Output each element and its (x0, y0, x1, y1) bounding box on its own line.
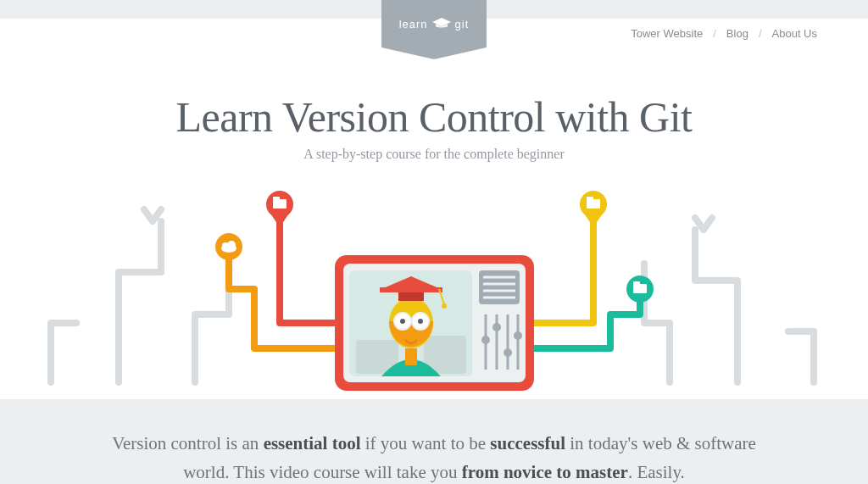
svg-point-27 (492, 323, 501, 331)
svg-point-42 (442, 303, 447, 309)
svg-point-37 (418, 319, 423, 324)
hero-illustration (0, 170, 868, 399)
folder-icon (266, 191, 293, 218)
folder-icon (626, 275, 654, 303)
intro-section: Version control is an essential tool if … (0, 399, 868, 484)
svg-point-28 (504, 348, 512, 357)
svg-rect-32 (405, 348, 417, 365)
svg-rect-40 (380, 287, 442, 292)
intro-text: Version control is an essential tool if … (102, 430, 766, 484)
nav-separator: / (713, 27, 716, 40)
svg-rect-17 (479, 270, 520, 304)
svg-point-26 (481, 336, 490, 344)
svg-point-36 (400, 319, 405, 324)
folder-icon (580, 191, 607, 218)
brand-word-right: git (455, 18, 470, 31)
nav-link-about[interactable]: About Us (772, 27, 817, 40)
svg-point-29 (514, 331, 522, 340)
nav-link-blog[interactable]: Blog (726, 27, 748, 40)
brand-ribbon[interactable]: learn git (381, 0, 487, 47)
nav-link-tower[interactable]: Tower Website (631, 27, 703, 40)
svg-rect-13 (633, 281, 640, 286)
page-subtitle: A step-by-step course for the complete b… (0, 147, 868, 162)
svg-point-7 (227, 241, 236, 249)
svg-rect-3 (273, 197, 280, 201)
nav-separator: / (759, 27, 762, 40)
svg-marker-0 (432, 18, 451, 26)
svg-rect-10 (587, 197, 593, 201)
cloud-icon (215, 233, 242, 260)
page-title: Learn Version Control with Git (0, 92, 868, 142)
brand-word-left: learn (399, 18, 428, 31)
hero: Learn Version Control with Git A step-by… (0, 40, 868, 399)
graduation-cap-icon (432, 18, 451, 30)
